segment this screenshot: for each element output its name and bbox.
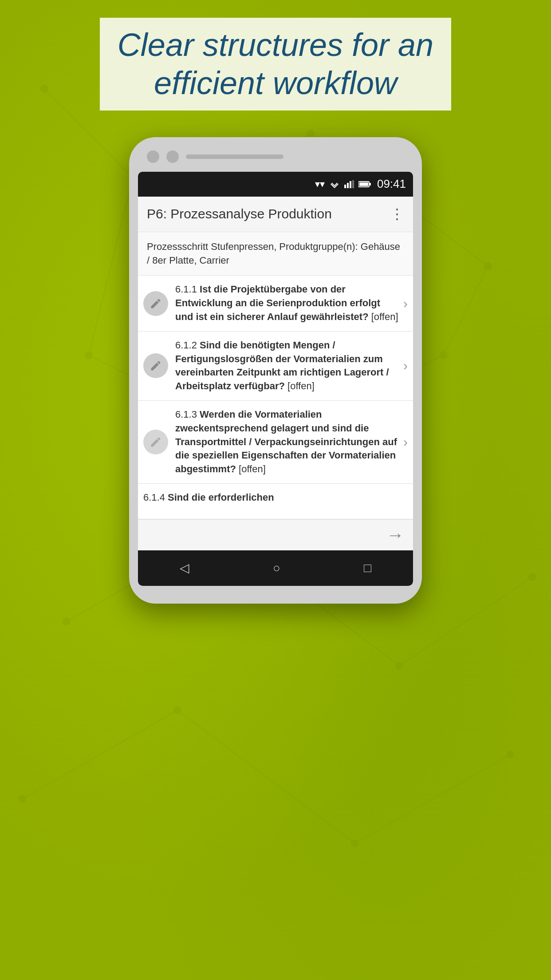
title-line1: Clear structures for an bbox=[118, 27, 433, 63]
page-title: Clear structures for an efficient workfl… bbox=[118, 26, 433, 103]
phone-mockup: ▾▾ 09:41 bbox=[129, 137, 422, 604]
svg-line-9 bbox=[177, 710, 355, 843]
svg-rect-29 bbox=[344, 185, 346, 188]
item-icon-612 bbox=[143, 353, 168, 378]
next-arrow-icon[interactable]: → bbox=[386, 525, 404, 545]
svg-line-11 bbox=[89, 178, 133, 355]
svg-line-13 bbox=[444, 266, 488, 355]
home-button[interactable]: ○ bbox=[273, 561, 280, 575]
item-content-611: 6.1.1 Ist die Projektübergabe von der En… bbox=[175, 283, 400, 324]
item-number-613: 6.1.3 bbox=[175, 409, 200, 420]
back-button[interactable]: ◁ bbox=[180, 561, 189, 575]
svg-point-25 bbox=[19, 795, 26, 802]
bottom-nav-bar: → bbox=[138, 519, 413, 550]
app-bar: P6: Prozessanalyse Produktion ⋮ bbox=[138, 197, 413, 232]
overflow-menu-icon[interactable]: ⋮ bbox=[390, 205, 404, 222]
svg-rect-31 bbox=[350, 181, 351, 188]
svg-line-8 bbox=[22, 710, 177, 799]
svg-point-21 bbox=[63, 618, 70, 625]
svg-point-26 bbox=[174, 707, 181, 714]
title-line2: efficient workflow bbox=[154, 65, 397, 101]
svg-rect-32 bbox=[352, 180, 354, 188]
chevron-icon-612: › bbox=[403, 358, 408, 373]
svg-rect-30 bbox=[347, 183, 349, 188]
list-item-613[interactable]: 6.1.3 Werden die Vormaterialien zweckent… bbox=[138, 401, 413, 484]
phone-speaker bbox=[186, 154, 283, 159]
svg-rect-35 bbox=[359, 182, 368, 186]
system-nav-bar: ◁ ○ □ bbox=[138, 550, 413, 586]
list-item-614[interactable]: 6.1.4 Sind die erforderlichen bbox=[138, 484, 413, 519]
item-content-614: 6.1.4 Sind die erforderlichen bbox=[143, 491, 408, 505]
status-time: 09:41 bbox=[377, 177, 406, 191]
item-bold-614: Sind die erforderlichen bbox=[168, 492, 274, 503]
item-bold-611: Ist die Projektübergabe von der Entwickl… bbox=[175, 284, 380, 322]
svg-rect-34 bbox=[370, 183, 371, 186]
svg-point-20 bbox=[440, 352, 447, 359]
phone-body: ▾▾ 09:41 bbox=[129, 137, 422, 604]
phone-camera bbox=[147, 150, 159, 163]
status-bar: ▾▾ 09:41 bbox=[138, 172, 413, 197]
svg-point-18 bbox=[85, 352, 92, 359]
title-box: Clear structures for an efficient workfl… bbox=[100, 18, 451, 111]
signal-icon bbox=[344, 180, 354, 188]
svg-point-17 bbox=[484, 263, 492, 270]
item-number-612: 6.1.2 bbox=[175, 340, 200, 351]
svg-point-23 bbox=[396, 662, 403, 669]
item-icon-611 bbox=[143, 291, 168, 316]
item-status-612: [offen] bbox=[285, 380, 315, 391]
section-header-text: Prozessschritt Stufenpressen, Produktgru… bbox=[147, 241, 400, 266]
item-bold-613: Werden die Vormaterialien zweckentsprech… bbox=[175, 409, 397, 474]
svg-point-24 bbox=[529, 573, 536, 581]
item-bold-612: Sind die benötigten Mengen / Fertigungsl… bbox=[175, 340, 389, 391]
list-item-612[interactable]: 6.1.2 Sind die benötigten Mengen / Ferti… bbox=[138, 332, 413, 401]
page-title-container: Clear structures for an efficient workfl… bbox=[64, 18, 487, 111]
wifi-icon: ▾▾ bbox=[315, 178, 325, 190]
chevron-icon-613: › bbox=[403, 435, 408, 450]
phone-bottom bbox=[138, 586, 413, 595]
list-item-611[interactable]: 6.1.1 Ist die Projektübergabe von der En… bbox=[138, 276, 413, 331]
svg-point-28 bbox=[507, 751, 514, 758]
item-content-612: 6.1.2 Sind die benötigten Mengen / Ferti… bbox=[175, 339, 400, 393]
phone-sensor bbox=[166, 150, 179, 163]
item-status-611: [offen] bbox=[369, 311, 398, 322]
item-number-611: 6.1.1 bbox=[175, 284, 200, 295]
item-number-614: 6.1.4 bbox=[143, 492, 168, 503]
phone-screen: ▾▾ 09:41 bbox=[138, 172, 413, 586]
wifi-icon-svg bbox=[329, 180, 340, 188]
battery-icon bbox=[358, 181, 371, 188]
chevron-icon-611: › bbox=[403, 296, 408, 311]
section-header: Prozessschritt Stufenpressen, Produktgru… bbox=[138, 232, 413, 276]
svg-point-14 bbox=[41, 85, 48, 92]
item-icon-613 bbox=[143, 430, 168, 454]
svg-point-16 bbox=[307, 130, 314, 137]
svg-point-27 bbox=[351, 840, 358, 847]
app-title: P6: Prozessanalyse Produktion bbox=[147, 206, 332, 221]
item-content-613: 6.1.3 Werden die Vormaterialien zweckent… bbox=[175, 408, 400, 476]
item-status-613: [offen] bbox=[236, 463, 266, 474]
phone-top-bar bbox=[138, 150, 413, 172]
recents-button[interactable]: □ bbox=[364, 561, 371, 575]
svg-line-10 bbox=[355, 755, 510, 843]
